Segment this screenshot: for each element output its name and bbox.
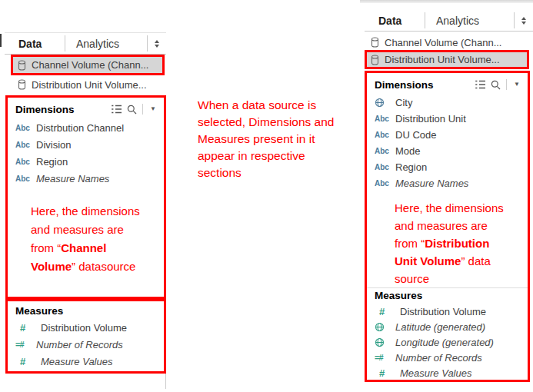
field-label: Measure Names [395,178,468,189]
field-label: Region [36,156,68,168]
view-list-icon[interactable] [475,80,486,89]
data-source-label: Channel Volume (Chann... [385,37,501,48]
field-label: Measure Values [400,367,471,379]
field-label: Region [395,161,427,173]
hash-icon: # [15,322,41,334]
hash-icon: # [375,306,400,317]
abc-icon: Abc [375,115,395,123]
database-icon [18,79,26,90]
abc-icon: Abc [15,174,36,183]
field-label: City [395,97,412,108]
measure-field-row[interactable]: # Distribution Volume [367,304,528,319]
header-divider [506,79,507,90]
dimension-field-row[interactable]: Abc Distribution Unit [367,111,528,127]
abc-icon: Abc [375,131,395,139]
dimension-field-row[interactable]: Abc DU Code [367,127,528,143]
equals-hash-icon: =# [375,353,395,362]
hash-icon: # [15,356,41,367]
abc-icon: Abc [15,158,36,166]
hash-icon: # [375,367,400,379]
view-list-icon[interactable] [111,105,122,114]
abc-icon: Abc [375,147,395,155]
dimension-field-row[interactable]: Abc Division [8,136,164,153]
globe-icon [375,98,395,108]
dimension-field-row[interactable]: Abc Measure Names [8,170,164,187]
field-label: Measure Values [41,356,112,367]
abc-icon: Abc [375,179,395,188]
tab-analytics[interactable]: Analytics [65,33,147,54]
dimension-field-row[interactable]: Abc Region [8,153,164,170]
field-label: Distribution Volume [400,306,486,317]
field-label: Distrbution Channel [36,122,124,134]
field-label: Division [36,139,72,151]
window-top-edge [360,0,533,3]
globe-icon [375,322,395,332]
measure-field-row[interactable]: # Measure Values [367,365,528,380]
measure-field-row[interactable]: # Measure Values [8,353,164,370]
measure-field-row[interactable]: =# Number of Records [367,350,528,365]
measures-section: Measures # Distribution Volume Latitude … [367,287,528,380]
field-label: Number of Records [395,352,482,364]
search-icon[interactable] [127,105,137,115]
dimensions-header: Dimensions ▼ [8,98,164,119]
tab-data[interactable]: Data [365,10,425,31]
tab-data[interactable]: Data [5,33,65,54]
pane-edge-line [165,374,166,389]
annotation-box-right-pane: Dimensions ▼ City Abc Distribution Unit … [365,71,530,382]
data-source-label: Channel Volume (Chann... [32,59,148,71]
measure-field-row[interactable]: Latitude (generated) [367,319,528,334]
field-label: Distribution Unit [395,113,466,125]
annotation-box-left-measures: Measures # Distribution Volume =# Number… [5,299,166,374]
chevron-down-icon[interactable]: ▼ [512,80,521,89]
header-divider [142,104,143,115]
sort-data-sources-icon[interactable] [515,10,533,31]
measure-field-row[interactable]: Longitude (generated) [367,334,528,350]
field-label: Mode [395,145,421,157]
abc-icon: Abc [15,124,36,132]
tab-analytics[interactable]: Analytics [425,10,514,31]
data-source-row-channel-volume[interactable]: Channel Volume (Chann... [368,35,529,50]
chevron-down-icon[interactable]: ▼ [148,105,158,114]
data-source-row-distribution-unit-volume[interactable]: Distribution Unit Volume... [11,77,165,92]
dimension-field-row[interactable]: Abc Distrbution Channel [8,119,164,136]
dimension-field-row[interactable]: City [367,95,528,111]
field-label: Distribution Volume [41,322,127,334]
dimensions-title: Dimensions [15,104,111,115]
dimensions-title: Dimensions [375,79,475,91]
annotation-text-left: Here, the dimensions and measures are fr… [8,202,164,276]
database-icon [371,37,379,48]
measure-field-row[interactable]: =# Number of Records [8,336,164,353]
dimension-field-row[interactable]: Abc Measure Names [367,175,528,191]
field-label: Latitude (generated) [395,321,485,333]
dimensions-header: Dimensions ▼ [367,73,528,95]
field-label: DU Code [395,129,436,141]
database-icon [18,60,26,71]
measures-title: Measures [8,301,164,319]
data-source-label: Distribution Unit Volume... [385,54,500,65]
globe-icon [375,337,395,347]
data-source-row-distribution-unit-volume[interactable]: Distribution Unit Volume... [365,50,529,69]
left-data-pane-tabs: Data Analytics [5,32,166,55]
window-edge-mark [0,34,2,47]
abc-icon: Abc [375,163,395,171]
equals-hash-icon: =# [15,340,36,349]
annotation-text-center: When a data source is selected, Dimensio… [198,97,363,181]
data-source-label: Distribution Unit Volume... [32,79,147,91]
measures-title: Measures [367,288,528,304]
annotation-box-left-dimensions: Dimensions ▼ Abc Distrbution Channel Abc… [5,95,166,299]
data-source-row-channel-volume[interactable]: Channel Volume (Chann... [11,55,165,75]
sort-data-sources-icon[interactable] [148,33,166,54]
dimension-field-row[interactable]: Abc Mode [367,143,528,159]
dimension-field-row[interactable]: Abc Region [367,159,528,175]
field-label: Measure Names [36,173,109,184]
search-icon[interactable] [491,80,501,90]
annotation-text-right: Here, the dimensions and measures are fr… [367,199,528,287]
measure-field-row[interactable]: # Distribution Volume [8,319,164,336]
abc-icon: Abc [15,141,36,149]
field-label: Number of Records [36,339,123,350]
field-label: Longitude (generated) [395,337,494,348]
right-data-pane-tabs: Data Analytics [365,10,533,32]
database-icon [371,55,379,65]
